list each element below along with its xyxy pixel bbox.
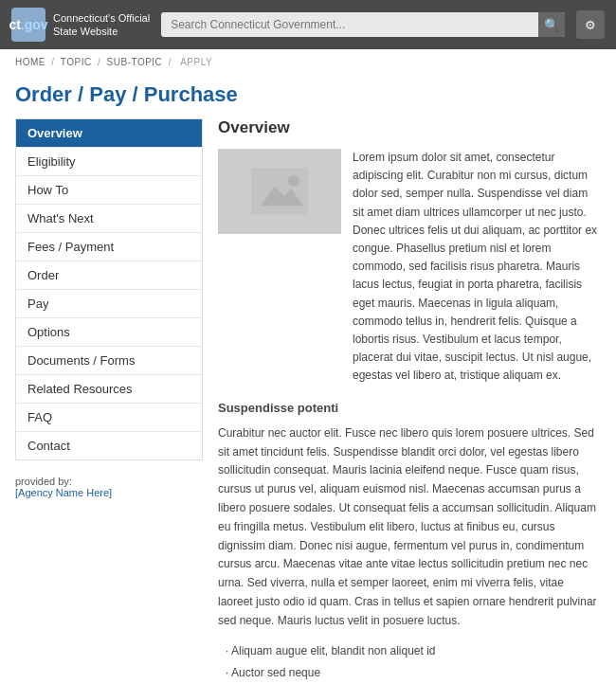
list-item: Aliquam augue elit, blandit non aliquet … [226,640,601,663]
sidebar-item-order[interactable]: Order [16,261,202,290]
breadcrumb: HOME / TOPIC / SUB-TOPIC / APPLY [0,49,616,75]
placeholder-image [218,149,341,234]
logo: ct.gov Connecticut's Official State Webs… [11,8,150,42]
search-container: 🔍 [161,12,565,37]
sidebar-item-related-resources[interactable]: Related Resources [16,375,202,404]
sidebar-item-faq[interactable]: FAQ [16,404,202,432]
logo-line2: State Website [53,25,150,38]
sidebar-nav: Overview Eligibility How To What's Next … [15,118,203,460]
breadcrumb-sep1: / [51,57,58,67]
section-body: Suspendisse potenti Curabitur nec auctor… [218,398,601,684]
intro-paragraph: Lorem ipsum dolor sit amet, consectetur … [353,149,601,385]
sidebar-item-contact[interactable]: Contact [16,432,202,459]
sidebar-item-eligibility[interactable]: Eligibility [16,148,202,176]
logo-text: Connecticut's Official State Website [53,11,150,39]
sidebar-item-fees-payment[interactable]: Fees / Payment [16,233,202,261]
search-icon: 🔍 [544,18,560,32]
breadcrumb-topic[interactable]: TOPIC [61,57,92,67]
logo-icon: ct.gov [11,8,45,42]
provided-label: provided by: [15,476,203,487]
bold-heading: Suspendisse potenti [218,398,601,418]
sidebar-item-options[interactable]: Options [16,318,202,347]
gear-icon: ⚙ [585,18,596,32]
search-input[interactable] [161,12,565,37]
settings-button[interactable]: ⚙ [576,10,605,39]
main-paragraph: Curabitur nec auctor elit. Fusce nec lib… [218,424,601,631]
sidebar-item-pay[interactable]: Pay [16,290,202,318]
main-content: Overview Lorem ipsum dolor sit amet, con… [218,118,601,684]
breadcrumb-home[interactable]: HOME [15,57,45,67]
page-title-section: Order / Pay / Purchase [0,75,616,118]
image-placeholder-icon [251,168,308,215]
sidebar-item-how-to[interactable]: How To [16,176,202,205]
svg-point-2 [288,175,299,187]
agency-link[interactable]: [Agency Name Here] [15,487,112,498]
breadcrumb-subtopic[interactable]: SUB-TOPIC [107,57,163,67]
breadcrumb-current: APPLY [180,57,212,67]
page-title: Order / Pay / Purchase [15,82,601,107]
content-intro: Lorem ipsum dolor sit amet, consectetur … [218,149,601,385]
sidebar-item-documents-forms[interactable]: Documents / Forms [16,347,202,375]
breadcrumb-sep3: / [169,57,175,67]
provided-by: provided by: [Agency Name Here] [15,476,203,498]
logo-abbr: ct.gov [9,17,47,32]
search-button[interactable]: 🔍 [538,12,565,37]
logo-line1: Connecticut's Official [53,11,150,25]
site-header: ct.gov Connecticut's Official State Webs… [0,0,616,49]
main-layout: Overview Eligibility How To What's Next … [0,118,616,684]
section-title: Overview [218,118,601,137]
sidebar-item-whats-next[interactable]: What's Next [16,205,202,233]
sidebar: Overview Eligibility How To What's Next … [15,118,203,684]
breadcrumb-sep2: / [98,57,104,67]
list-item: Auctor sed neque [226,662,601,684]
bullet-list: Aliquam augue elit, blandit non aliquet … [226,640,601,684]
sidebar-item-overview[interactable]: Overview [16,119,202,148]
